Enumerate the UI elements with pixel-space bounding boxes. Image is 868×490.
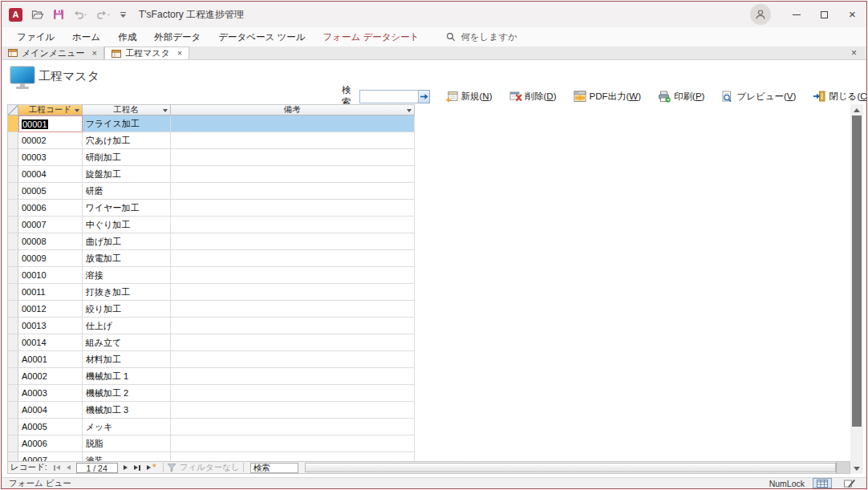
row-selector[interactable] <box>8 301 18 318</box>
cell-process-code[interactable]: 00006 <box>18 200 83 217</box>
row-selector[interactable] <box>8 452 18 461</box>
cell-process-name[interactable]: 中ぐり加工 <box>83 217 171 233</box>
cell-process-code[interactable]: 00003 <box>18 149 83 166</box>
column-header-process-name[interactable]: 工程名 <box>83 104 171 115</box>
first-record-button[interactable] <box>51 462 63 473</box>
row-selector[interactable] <box>8 368 18 385</box>
vertical-scrollbar[interactable] <box>850 104 863 474</box>
cell-note[interactable] <box>171 435 415 452</box>
cell-process-name[interactable]: 研磨 <box>83 183 171 200</box>
doc-tab-main-menu[interactable]: メインメニュー× <box>2 47 104 59</box>
cell-note[interactable] <box>171 233 415 250</box>
undo-button[interactable] <box>73 10 87 20</box>
cell-note[interactable] <box>171 301 415 318</box>
save-button[interactable] <box>53 9 64 20</box>
row-selector[interactable] <box>8 166 18 183</box>
maximize-button[interactable] <box>810 2 838 27</box>
column-header-note[interactable]: 備考 <box>171 104 415 115</box>
cell-note[interactable] <box>171 200 415 217</box>
row-selector[interactable] <box>8 183 18 200</box>
ribbon-tab-database-tools[interactable]: データベース ツール <box>209 27 314 47</box>
scroll-up-button[interactable] <box>850 104 863 115</box>
open-button[interactable] <box>31 10 44 20</box>
cell-process-code[interactable]: 00001 <box>18 115 83 132</box>
row-selector[interactable] <box>8 419 18 435</box>
doc-tab-process-master[interactable]: 工程マスタ× <box>104 47 189 59</box>
new-record-button[interactable]: * <box>144 462 160 473</box>
cell-process-code[interactable]: A0006 <box>18 435 83 452</box>
row-selector[interactable] <box>8 115 18 132</box>
cell-process-code[interactable]: 00008 <box>18 233 83 250</box>
row-selector[interactable] <box>8 402 18 419</box>
row-selector[interactable] <box>8 435 18 452</box>
row-selector[interactable] <box>8 233 18 250</box>
cell-process-name[interactable]: 機械加工 1 <box>83 368 171 385</box>
cell-process-code[interactable]: A0003 <box>18 385 83 402</box>
cell-process-name[interactable]: メッキ <box>83 419 171 435</box>
cell-note[interactable] <box>171 250 415 267</box>
cell-process-code[interactable]: 00009 <box>18 250 83 267</box>
row-selector[interactable] <box>8 351 18 368</box>
cell-process-name[interactable]: 仕上げ <box>83 318 171 334</box>
filter-dropdown-icon[interactable] <box>407 109 412 112</box>
ribbon-tab-home[interactable]: ホーム <box>63 27 109 47</box>
cell-process-name[interactable]: 放電加工 <box>83 250 171 267</box>
cell-process-name[interactable]: 穴あけ加工 <box>83 132 171 149</box>
pdf-export-button[interactable]: PDF出力(W) <box>574 91 642 103</box>
cell-process-name[interactable]: 曲げ加工 <box>83 233 171 250</box>
cell-note[interactable] <box>171 351 415 368</box>
previous-record-button[interactable] <box>63 462 74 473</box>
cell-process-name[interactable]: ワイヤー加工 <box>83 200 171 217</box>
cell-process-code[interactable]: 00002 <box>18 132 83 149</box>
cell-note[interactable] <box>171 419 415 435</box>
scroll-down-button[interactable] <box>850 463 863 474</box>
row-selector[interactable] <box>8 217 18 233</box>
close-tab-icon[interactable]: × <box>92 50 97 57</box>
cell-process-code[interactable]: 00013 <box>18 318 83 334</box>
cell-process-code[interactable]: A0007 <box>18 452 83 461</box>
cell-note[interactable] <box>171 166 415 183</box>
last-record-button[interactable] <box>131 462 144 473</box>
cell-note[interactable] <box>171 149 415 166</box>
minimize-button[interactable] <box>782 2 810 27</box>
cell-process-name[interactable]: 組み立て <box>83 334 171 351</box>
cell-process-code[interactable]: 00004 <box>18 166 83 183</box>
cell-process-code[interactable]: 00014 <box>18 334 83 351</box>
customize-quick-access-icon[interactable] <box>120 11 127 18</box>
close-form-button[interactable]: 閉じる(C) <box>813 91 867 103</box>
cell-note[interactable] <box>171 402 415 419</box>
close-window-button[interactable]: × <box>838 2 866 27</box>
filter-status[interactable]: フィルターなし <box>167 462 240 473</box>
row-selector[interactable] <box>8 149 18 166</box>
select-all-corner[interactable] <box>8 104 18 115</box>
row-selector[interactable] <box>8 250 18 267</box>
cell-note[interactable] <box>171 217 415 233</box>
cell-note[interactable] <box>171 385 415 402</box>
row-selector[interactable] <box>8 267 18 284</box>
cell-process-name[interactable]: 旋盤加工 <box>83 166 171 183</box>
ribbon-tab-create[interactable]: 作成 <box>109 27 145 47</box>
cell-process-code[interactable]: 00012 <box>18 301 83 318</box>
horizontal-scrollbar-thumb[interactable] <box>305 463 836 472</box>
row-selector[interactable] <box>8 200 18 217</box>
filter-dropdown-icon[interactable] <box>75 109 79 112</box>
row-selector[interactable] <box>8 334 18 351</box>
column-header-process-code[interactable]: 工程コード <box>18 104 83 115</box>
cell-note[interactable] <box>171 452 415 461</box>
cell-note[interactable] <box>171 267 415 284</box>
account-avatar[interactable] <box>750 4 771 25</box>
redo-button[interactable] <box>96 10 111 20</box>
cell-note[interactable] <box>171 284 415 301</box>
cell-note[interactable] <box>171 115 415 132</box>
close-object-button[interactable]: × <box>842 47 866 59</box>
design-view-button[interactable] <box>840 478 859 488</box>
cell-note[interactable] <box>171 334 415 351</box>
new-record-button[interactable]: 新規(N) <box>445 91 493 103</box>
search-go-button[interactable] <box>419 90 430 103</box>
cell-process-code[interactable]: 00010 <box>18 267 83 284</box>
cell-process-name[interactable]: 材料加工 <box>83 351 171 368</box>
next-record-button[interactable] <box>120 462 131 473</box>
datasheet-view-button[interactable] <box>813 478 832 488</box>
print-button[interactable]: 印刷(P) <box>658 91 704 103</box>
cell-process-name[interactable]: 機械加工 3 <box>83 402 171 419</box>
